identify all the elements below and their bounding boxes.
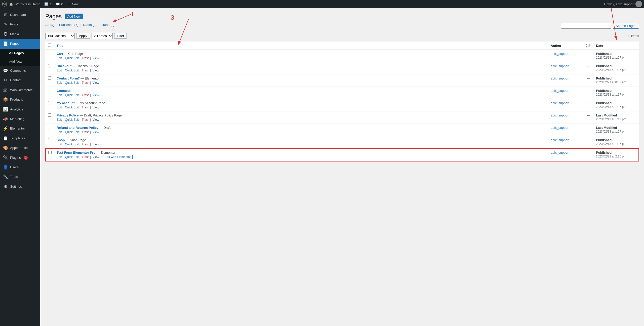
quick-edit-contact-form7[interactable]: Quick Edit xyxy=(65,81,79,85)
row-select-checkbox[interactable] xyxy=(48,76,51,80)
page-link-contacts[interactable]: Contacts xyxy=(57,89,71,93)
view-cart[interactable]: View xyxy=(93,56,99,60)
sidebar-item-analytics[interactable]: 📊 Analytics xyxy=(0,105,40,114)
sidebar-item-add-new-page[interactable]: Add New xyxy=(0,57,40,66)
page-link-refund[interactable]: Refund and Returns Policy xyxy=(57,126,98,130)
author-link-shop[interactable]: apix_support xyxy=(551,138,569,142)
sidebar-item-posts[interactable]: ✎ Posts xyxy=(0,20,40,29)
edit-privacy-policy[interactable]: Edit xyxy=(57,118,62,121)
new-content[interactable]: ＋ New xyxy=(65,2,80,6)
sidebar-item-plugins[interactable]: 🔌 Plugins 1 xyxy=(0,153,40,162)
filter-drafts[interactable]: Drafts (2) xyxy=(83,23,97,27)
quick-edit-privacy-policy[interactable]: Quick Edit xyxy=(65,118,79,121)
trash-contact-form7[interactable]: Trash xyxy=(82,81,89,85)
sidebar-item-marketing[interactable]: 📣 Marketing xyxy=(0,114,40,124)
trash-shop[interactable]: Trash xyxy=(82,143,89,146)
row-select-checkbox[interactable] xyxy=(48,113,51,117)
filter-published[interactable]: Published (7) xyxy=(59,23,78,27)
sidebar-item-tools[interactable]: 🔧 Tools xyxy=(0,172,40,182)
quick-edit-my-account[interactable]: Quick Edit xyxy=(65,106,79,109)
view-contact-form7[interactable]: View xyxy=(93,81,99,85)
page-link-checkout[interactable]: Checkout xyxy=(57,64,71,68)
edit-refund[interactable]: Edit xyxy=(57,130,62,134)
row-select-checkbox[interactable] xyxy=(48,89,51,92)
sidebar-item-elementor[interactable]: ⚡ Elementor xyxy=(0,124,40,133)
page-link-shop[interactable]: Shop xyxy=(57,138,65,142)
trash-checkout[interactable]: Trash xyxy=(82,69,89,72)
row-select-checkbox[interactable] xyxy=(48,138,51,141)
select-all-checkbox[interactable] xyxy=(48,44,51,47)
author-link-contact-form7[interactable]: apix_support xyxy=(551,76,569,80)
sidebar-item-users[interactable]: 👤 Users xyxy=(0,162,40,172)
quick-edit-test-form-elementor[interactable]: Quick Edit xyxy=(65,155,79,159)
edit-my-account[interactable]: Edit xyxy=(57,106,62,109)
row-select-checkbox[interactable] xyxy=(48,64,51,67)
sidebar-item-appearance[interactable]: 🎨 Appearance xyxy=(0,143,40,153)
author-link-cart[interactable]: apix_support xyxy=(551,52,569,56)
author-link-privacy-policy[interactable]: apix_support xyxy=(551,113,569,117)
quick-edit-refund[interactable]: Quick Edit xyxy=(65,130,79,134)
trash-test-form-elementor[interactable]: Trash xyxy=(82,155,89,159)
filter-trash[interactable]: Trash (3) xyxy=(101,23,114,27)
sidebar-item-dashboard[interactable]: ⊞ Dashboard xyxy=(0,10,40,20)
trash-refund[interactable]: Trash xyxy=(82,130,89,134)
author-link-my-account[interactable]: apix_support xyxy=(551,101,569,105)
trash-cart[interactable]: Trash xyxy=(82,56,89,60)
edit-checkout[interactable]: Edit xyxy=(57,69,62,72)
view-privacy-policy[interactable]: View xyxy=(93,118,99,121)
trash-my-account[interactable]: Trash xyxy=(82,106,89,109)
author-link-test-form-elementor[interactable]: apix_support xyxy=(551,151,569,154)
col-header-date[interactable]: Date xyxy=(593,42,639,50)
page-link-privacy-policy[interactable]: Privacy Policy xyxy=(57,113,79,117)
bulk-actions-select[interactable]: Bulk actions Edit Move to Trash xyxy=(45,33,75,39)
col-header-title[interactable]: Title xyxy=(54,42,548,50)
page-link-my-account[interactable]: My account xyxy=(57,101,75,105)
edit-contact-form7[interactable]: Edit xyxy=(57,81,62,85)
site-name[interactable]: 🏠 WordPress Demo xyxy=(7,2,42,6)
sidebar-item-woocommerce[interactable]: 🛒 WooCommerce xyxy=(0,85,40,95)
edit-shop[interactable]: Edit xyxy=(57,143,62,146)
author-link-refund[interactable]: apix_support xyxy=(551,126,569,130)
updates[interactable]: 🔄 1 xyxy=(42,2,54,6)
wp-logo[interactable]: W xyxy=(2,2,7,7)
view-contacts[interactable]: View xyxy=(93,93,99,97)
date-filter-select[interactable]: All dates xyxy=(92,33,113,39)
view-test-form-elementor[interactable]: View xyxy=(93,155,99,159)
page-link-test-form-elementor[interactable]: Test Form Elementor Pro xyxy=(57,151,95,154)
quick-edit-cart[interactable]: Quick Edit xyxy=(65,56,79,60)
apply-button[interactable]: Apply xyxy=(76,33,90,39)
edit-cart[interactable]: Edit xyxy=(57,56,62,60)
view-my-account[interactable]: View xyxy=(93,106,99,109)
author-link-contacts[interactable]: apix_support xyxy=(551,89,569,93)
row-select-checkbox[interactable] xyxy=(48,101,51,104)
page-link-cart[interactable]: Cart xyxy=(57,52,63,56)
sidebar-item-contact[interactable]: ✉ Contact xyxy=(0,75,40,85)
view-shop[interactable]: View xyxy=(93,143,99,146)
sidebar-item-pages[interactable]: 📄 Pages xyxy=(0,39,40,49)
search-pages-button[interactable]: Search Pages xyxy=(613,23,639,29)
filter-button[interactable]: Filter xyxy=(114,33,127,39)
edit-contacts[interactable]: Edit xyxy=(57,93,62,97)
edit-with-elementor-button[interactable]: Edit with Elementor xyxy=(103,155,132,159)
view-refund[interactable]: View xyxy=(93,130,99,134)
sidebar-item-comments[interactable]: 💬 Comments xyxy=(0,66,40,75)
trash-contacts[interactable]: Trash xyxy=(82,93,89,97)
edit-test-form-elementor[interactable]: Edit xyxy=(57,155,62,159)
row-select-checkbox[interactable] xyxy=(48,126,51,129)
row-select-checkbox[interactable] xyxy=(48,151,52,154)
quick-edit-contacts[interactable]: Quick Edit xyxy=(65,93,79,97)
sidebar-item-settings[interactable]: ⚙ Settings xyxy=(0,182,40,191)
quick-edit-checkout[interactable]: Quick Edit xyxy=(65,69,79,72)
comments-count[interactable]: 💬 0 xyxy=(54,2,65,6)
row-select-checkbox[interactable] xyxy=(48,52,51,55)
add-new-button[interactable]: Add New xyxy=(65,14,83,19)
sidebar-item-products[interactable]: 📦 Products xyxy=(0,95,40,104)
trash-privacy-policy[interactable]: Trash xyxy=(82,118,89,121)
author-link-checkout[interactable]: apix_support xyxy=(551,64,569,68)
sidebar-item-templates[interactable]: 📋 Templates xyxy=(0,134,40,143)
sidebar-item-media[interactable]: 🖼 Media xyxy=(0,29,40,39)
filter-all[interactable]: All (9) xyxy=(45,23,54,27)
quick-edit-shop[interactable]: Quick Edit xyxy=(65,143,79,146)
view-checkout[interactable]: View xyxy=(93,69,99,72)
page-link-contact-form7[interactable]: Contact Form7 xyxy=(57,76,80,80)
